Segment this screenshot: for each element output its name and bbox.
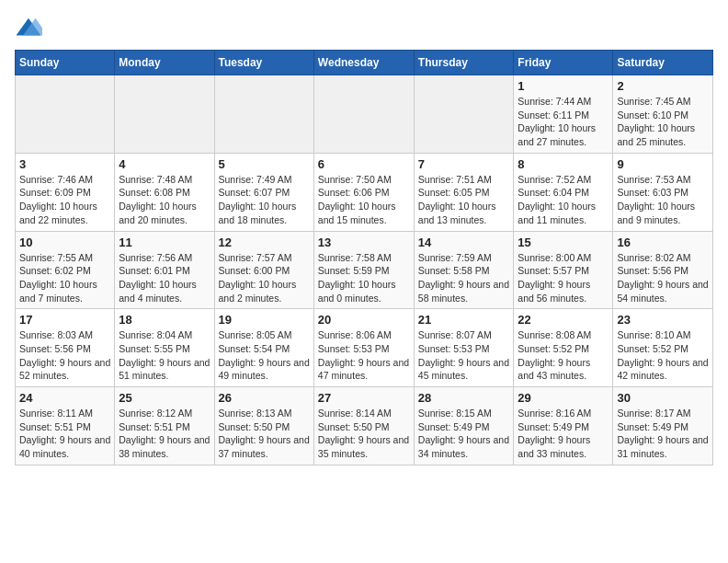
day-header-sunday: Sunday <box>16 51 115 75</box>
day-number: 8 <box>518 157 609 171</box>
day-number: 15 <box>518 236 609 249</box>
day-info: Sunrise: 8:14 AM Sunset: 5:50 PM Dayligh… <box>318 407 410 461</box>
week-row-2: 3Sunrise: 7:46 AM Sunset: 6:09 PM Daylig… <box>16 153 713 231</box>
day-info: Sunrise: 7:48 AM Sunset: 6:08 PM Dayligh… <box>119 173 210 227</box>
header-row: SundayMondayTuesdayWednesdayThursdayFrid… <box>16 51 713 75</box>
week-row-5: 24Sunrise: 8:11 AM Sunset: 5:51 PM Dayli… <box>16 387 713 465</box>
day-header-thursday: Thursday <box>414 51 514 75</box>
day-info: Sunrise: 8:02 AM Sunset: 5:56 PM Dayligh… <box>617 251 709 305</box>
day-info: Sunrise: 7:45 AM Sunset: 6:10 PM Dayligh… <box>617 95 709 149</box>
day-info: Sunrise: 8:15 AM Sunset: 5:49 PM Dayligh… <box>418 407 510 461</box>
day-cell: 10Sunrise: 7:55 AM Sunset: 6:02 PM Dayli… <box>16 231 115 309</box>
day-number: 23 <box>617 313 709 327</box>
day-info: Sunrise: 8:06 AM Sunset: 5:53 PM Dayligh… <box>318 328 410 383</box>
day-number: 13 <box>318 236 410 249</box>
day-number: 5 <box>219 157 310 171</box>
day-header-monday: Monday <box>115 51 214 75</box>
day-cell: 15Sunrise: 8:00 AM Sunset: 5:57 PM Dayli… <box>514 231 613 309</box>
day-number: 28 <box>418 391 510 405</box>
week-row-3: 10Sunrise: 7:55 AM Sunset: 6:02 PM Dayli… <box>16 231 713 309</box>
day-info: Sunrise: 8:12 AM Sunset: 5:51 PM Dayligh… <box>119 407 210 461</box>
day-cell: 8Sunrise: 7:52 AM Sunset: 6:04 PM Daylig… <box>514 153 613 231</box>
day-number: 10 <box>19 236 110 249</box>
day-number: 17 <box>19 313 110 327</box>
day-cell <box>16 75 115 154</box>
day-info: Sunrise: 8:17 AM Sunset: 5:49 PM Dayligh… <box>617 407 709 461</box>
day-cell: 18Sunrise: 8:04 AM Sunset: 5:55 PM Dayli… <box>115 309 214 387</box>
day-info: Sunrise: 7:50 AM Sunset: 6:06 PM Dayligh… <box>318 173 410 227</box>
day-info: Sunrise: 7:51 AM Sunset: 6:05 PM Dayligh… <box>418 173 510 227</box>
week-row-1: 1Sunrise: 7:44 AM Sunset: 6:11 PM Daylig… <box>16 75 713 154</box>
day-number: 19 <box>219 313 310 327</box>
day-info: Sunrise: 7:56 AM Sunset: 6:01 PM Dayligh… <box>119 251 210 305</box>
day-number: 29 <box>518 391 609 405</box>
day-cell: 22Sunrise: 8:08 AM Sunset: 5:52 PM Dayli… <box>514 309 613 387</box>
day-cell: 17Sunrise: 8:03 AM Sunset: 5:56 PM Dayli… <box>16 309 115 387</box>
day-info: Sunrise: 7:55 AM Sunset: 6:02 PM Dayligh… <box>19 251 110 305</box>
day-cell <box>115 75 214 154</box>
week-row-4: 17Sunrise: 8:03 AM Sunset: 5:56 PM Dayli… <box>16 309 713 387</box>
day-cell: 23Sunrise: 8:10 AM Sunset: 5:52 PM Dayli… <box>613 309 713 387</box>
day-number: 22 <box>518 313 609 327</box>
day-cell: 7Sunrise: 7:51 AM Sunset: 6:05 PM Daylig… <box>414 153 514 231</box>
day-cell: 11Sunrise: 7:56 AM Sunset: 6:01 PM Dayli… <box>115 231 214 309</box>
day-cell <box>414 75 514 154</box>
day-info: Sunrise: 8:00 AM Sunset: 5:57 PM Dayligh… <box>518 251 609 305</box>
day-cell: 26Sunrise: 8:13 AM Sunset: 5:50 PM Dayli… <box>214 387 313 465</box>
day-number: 21 <box>418 313 510 327</box>
calendar-table: SundayMondayTuesdayWednesdayThursdayFrid… <box>15 50 713 465</box>
logo-icon <box>15 15 42 42</box>
day-header-saturday: Saturday <box>613 51 713 75</box>
day-info: Sunrise: 7:52 AM Sunset: 6:04 PM Dayligh… <box>518 173 609 227</box>
day-info: Sunrise: 7:57 AM Sunset: 6:00 PM Dayligh… <box>219 251 310 305</box>
day-info: Sunrise: 7:44 AM Sunset: 6:11 PM Dayligh… <box>518 95 609 149</box>
day-cell: 12Sunrise: 7:57 AM Sunset: 6:00 PM Dayli… <box>214 231 313 309</box>
day-number: 6 <box>318 157 410 171</box>
day-info: Sunrise: 7:58 AM Sunset: 5:59 PM Dayligh… <box>318 251 410 305</box>
day-cell: 28Sunrise: 8:15 AM Sunset: 5:49 PM Dayli… <box>414 387 514 465</box>
day-cell: 16Sunrise: 8:02 AM Sunset: 5:56 PM Dayli… <box>613 231 713 309</box>
day-number: 18 <box>119 313 210 327</box>
day-number: 12 <box>219 236 310 249</box>
day-number: 4 <box>119 157 210 171</box>
day-info: Sunrise: 7:53 AM Sunset: 6:03 PM Dayligh… <box>617 173 709 227</box>
day-cell: 21Sunrise: 8:07 AM Sunset: 5:53 PM Dayli… <box>414 309 514 387</box>
day-cell: 2Sunrise: 7:45 AM Sunset: 6:10 PM Daylig… <box>613 75 713 154</box>
day-cell: 13Sunrise: 7:58 AM Sunset: 5:59 PM Dayli… <box>313 231 414 309</box>
day-cell: 5Sunrise: 7:49 AM Sunset: 6:07 PM Daylig… <box>214 153 313 231</box>
day-cell: 3Sunrise: 7:46 AM Sunset: 6:09 PM Daylig… <box>16 153 115 231</box>
day-number: 9 <box>617 157 709 171</box>
day-number: 2 <box>617 79 709 93</box>
day-number: 30 <box>617 391 709 405</box>
day-info: Sunrise: 7:49 AM Sunset: 6:07 PM Dayligh… <box>219 173 310 227</box>
day-info: Sunrise: 7:46 AM Sunset: 6:09 PM Dayligh… <box>19 173 110 227</box>
day-number: 11 <box>119 236 210 249</box>
header <box>15 15 713 42</box>
day-header-friday: Friday <box>514 51 613 75</box>
day-number: 7 <box>418 157 510 171</box>
day-cell: 27Sunrise: 8:14 AM Sunset: 5:50 PM Dayli… <box>313 387 414 465</box>
day-cell <box>313 75 414 154</box>
day-info: Sunrise: 8:13 AM Sunset: 5:50 PM Dayligh… <box>219 407 310 461</box>
day-header-tuesday: Tuesday <box>214 51 313 75</box>
day-cell: 4Sunrise: 7:48 AM Sunset: 6:08 PM Daylig… <box>115 153 214 231</box>
day-info: Sunrise: 7:59 AM Sunset: 5:58 PM Dayligh… <box>418 251 510 305</box>
day-cell <box>214 75 313 154</box>
day-cell: 30Sunrise: 8:17 AM Sunset: 5:49 PM Dayli… <box>613 387 713 465</box>
day-header-wednesday: Wednesday <box>313 51 414 75</box>
day-info: Sunrise: 8:07 AM Sunset: 5:53 PM Dayligh… <box>418 328 510 383</box>
day-number: 26 <box>219 391 310 405</box>
day-cell: 29Sunrise: 8:16 AM Sunset: 5:49 PM Dayli… <box>514 387 613 465</box>
day-number: 24 <box>19 391 110 405</box>
day-cell: 24Sunrise: 8:11 AM Sunset: 5:51 PM Dayli… <box>16 387 115 465</box>
day-cell: 19Sunrise: 8:05 AM Sunset: 5:54 PM Dayli… <box>214 309 313 387</box>
day-number: 20 <box>318 313 410 327</box>
day-info: Sunrise: 8:08 AM Sunset: 5:52 PM Dayligh… <box>518 328 609 383</box>
day-info: Sunrise: 8:11 AM Sunset: 5:51 PM Dayligh… <box>19 407 110 461</box>
day-number: 14 <box>418 236 510 249</box>
day-info: Sunrise: 8:10 AM Sunset: 5:52 PM Dayligh… <box>617 328 709 383</box>
day-info: Sunrise: 8:16 AM Sunset: 5:49 PM Dayligh… <box>518 407 609 461</box>
logo <box>15 15 46 42</box>
day-number: 3 <box>19 157 110 171</box>
day-cell: 9Sunrise: 7:53 AM Sunset: 6:03 PM Daylig… <box>613 153 713 231</box>
